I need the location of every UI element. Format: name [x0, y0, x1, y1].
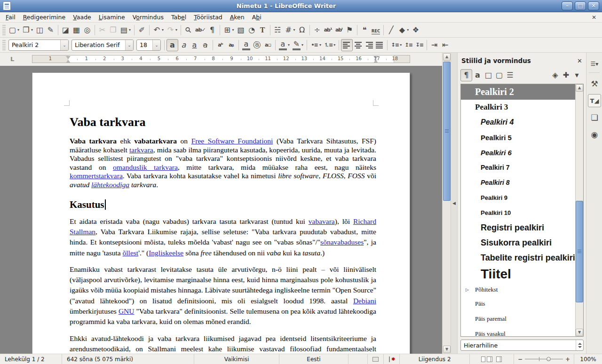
print-button[interactable]: ▦ — [71, 24, 82, 36]
menu-fail[interactable]: Fail — [2, 13, 19, 22]
insert-comment-button[interactable]: ❝ — [359, 24, 370, 36]
clone-formatting-button[interactable]: ✐ — [136, 24, 147, 36]
hyperlink[interactable]: Debiani — [353, 297, 376, 305]
chevron-down-icon[interactable]: ⌄ — [125, 40, 133, 50]
expand-triangle-icon[interactable]: ▷ — [466, 287, 469, 292]
font-color-button[interactable]: a▾ — [277, 39, 291, 51]
bold-button[interactable]: a — [166, 39, 178, 51]
horizontal-ruler[interactable]: 1123456789101112131415161718 — [32, 55, 410, 63]
styles-deck-icon[interactable]: T◢ — [588, 94, 601, 107]
scroll-down-arrow[interactable]: ▼ — [576, 329, 583, 336]
style-item-pealkiri-10[interactable]: Pealkiri 10 — [461, 205, 583, 220]
dropdown-arrow-icon[interactable]: ▾ — [407, 28, 409, 32]
copy-button[interactable]: ❐ — [108, 24, 119, 36]
spellcheck-button[interactable]: ab✓ — [194, 24, 207, 36]
book-view-button[interactable] — [496, 356, 500, 362]
page-number-status[interactable]: Lehekülg 1 / 2 — [0, 354, 62, 364]
menu-vaade[interactable]: Vaade — [69, 13, 95, 22]
style-item-pealkiri-2[interactable]: Pealkiri 2 — [461, 84, 583, 100]
scroll-up-arrow[interactable]: ▲ — [576, 84, 583, 92]
page-styles-button[interactable]: ▢ — [494, 69, 505, 81]
style-item-registri-pealkiri[interactable]: Registri pealkiri — [461, 220, 583, 235]
style-item-pealkiri-7[interactable]: Pealkiri 7 — [461, 160, 583, 175]
hyperlink[interactable]: kommertstarkvara — [70, 172, 123, 180]
multi-page-view-button[interactable] — [487, 356, 491, 362]
list-styles-button[interactable]: ☰ — [505, 69, 515, 81]
save-document-button[interactable]: ◫ — [34, 24, 45, 36]
sidebar-splitter[interactable]: ◀ — [451, 53, 457, 354]
menu-tabel[interactable]: Tabel — [167, 13, 190, 22]
dropdown-arrow-icon[interactable]: ▾ — [31, 28, 33, 32]
menu-abi[interactable]: Abi — [248, 13, 265, 22]
zoom-slider-track[interactable] — [525, 356, 563, 362]
line-spacing-button[interactable]: ↕≡▾ — [389, 39, 403, 51]
navigator-deck-icon[interactable]: ◉ — [588, 128, 601, 141]
style-item-p-hitekst[interactable]: ▷Põhitekst — [461, 283, 583, 296]
frame-styles-button[interactable]: □ — [483, 69, 494, 81]
minimize-button[interactable]: – — [562, 1, 573, 10]
insert-bookmark-button[interactable]: ⚑ — [344, 24, 355, 36]
export-pdf-button[interactable]: ◪ — [60, 24, 71, 36]
hyperlink[interactable]: Ingliskeelse — [149, 249, 183, 257]
style-actions-menu-button[interactable]: ▾ — [571, 69, 582, 81]
dropdown-arrow-icon[interactable]: ▾ — [319, 43, 321, 47]
paragraph-styles-button[interactable]: ¶ — [460, 69, 472, 81]
align-right-button[interactable] — [364, 39, 374, 51]
style-item-p-is[interactable]: Päis — [461, 296, 583, 311]
increase-indent-button[interactable]: ⇥ — [429, 39, 440, 51]
collapse-sidebar-arrow-icon[interactable]: ◀ — [452, 194, 457, 213]
redo-button[interactable]: ↷▾ — [165, 24, 179, 36]
strikethrough-button[interactable]: a — [200, 39, 211, 51]
text-shadow-button[interactable]: a — [241, 39, 252, 51]
outline-level-status[interactable]: Liigendus 2 — [400, 354, 470, 364]
align-justify-button[interactable] — [374, 39, 385, 51]
menu-redigeerimine[interactable]: Redigeerimine — [19, 13, 70, 22]
dropdown-arrow-icon[interactable]: ▾ — [288, 43, 290, 47]
scroll-up-arrow[interactable]: ▲ — [443, 53, 451, 61]
align-center-button[interactable] — [353, 39, 364, 51]
dropdown-arrow-icon[interactable]: ▾ — [17, 28, 19, 32]
hyperlink[interactable]: Free Software Foundationi — [191, 137, 273, 145]
character-styles-button[interactable]: a — [472, 69, 483, 81]
insert-footnote-button[interactable]: ab¹ — [323, 24, 333, 36]
find-replace-button[interactable]: ⚲ — [183, 24, 194, 36]
fill-format-mode-button[interactable]: ◈ — [550, 69, 561, 81]
open-document-button[interactable]: ❒▾ — [21, 24, 34, 36]
style-item-sisukorra-pealkiri[interactable]: Sisukorra pealkiri — [461, 235, 583, 250]
spinner-arrows-icon[interactable] — [576, 340, 583, 350]
word-count-status[interactable]: 642 sõna (5 075 märki) — [62, 354, 194, 364]
chevron-down-icon[interactable]: ⌄ — [60, 40, 68, 50]
font-size-combobox[interactable]: 18 ⌄ — [136, 40, 161, 51]
draw-line-button[interactable]: ╱ — [386, 24, 396, 36]
insert-special-character-button[interactable]: Ω — [297, 24, 308, 36]
dropdown-arrow-icon[interactable]: ▾ — [333, 43, 335, 47]
cut-button[interactable]: ✂ — [97, 24, 108, 36]
new-style-from-selection-button[interactable]: ✚ — [561, 69, 571, 81]
edit-file-button[interactable]: ✎ — [45, 24, 56, 36]
zoom-out-button[interactable]: − — [518, 356, 523, 363]
style-item-tiitel[interactable]: Tiitel — [461, 265, 583, 283]
dropdown-arrow-icon[interactable]: ▾ — [301, 43, 303, 47]
panel-close-icon[interactable]: ✕ — [577, 57, 582, 64]
hyperlink[interactable]: tarkvara — [129, 146, 153, 154]
font-name-combobox[interactable]: Liberation Serif ⌄ — [71, 40, 134, 51]
record-changes-button[interactable]: REC — [370, 24, 382, 36]
insert-textbox-button[interactable]: T — [257, 24, 268, 36]
zoom-percent-status[interactable]: 100% — [574, 354, 602, 364]
numbered-list-button[interactable]: ⒈≡▾ — [323, 39, 337, 51]
underline-button[interactable]: a — [189, 39, 200, 51]
chevron-down-icon[interactable]: ⌄ — [152, 40, 160, 50]
selection-mode-status[interactable] — [368, 354, 384, 364]
toolbar-grip[interactable] — [2, 25, 6, 35]
language-status[interactable]: Eesti — [279, 354, 349, 364]
paste-button[interactable]: ▤▾ — [119, 24, 132, 36]
close-document-button[interactable]: ✕ — [592, 14, 596, 21]
scroll-down-arrow[interactable]: ▼ — [443, 346, 451, 353]
basic-shapes-button[interactable]: ◆▾ — [396, 24, 410, 36]
style-item-pealkiri-6[interactable]: Pealkiri 6 — [461, 145, 583, 160]
bullet-list-button[interactable]: •≡▾ — [309, 39, 323, 51]
decrease-indent-button[interactable]: ⇤ — [440, 39, 451, 51]
new-document-button[interactable]: ▢▾ — [7, 24, 21, 36]
menu-lisamine[interactable]: Lisamine — [95, 13, 129, 22]
zoom-slider-knob[interactable] — [547, 357, 551, 361]
